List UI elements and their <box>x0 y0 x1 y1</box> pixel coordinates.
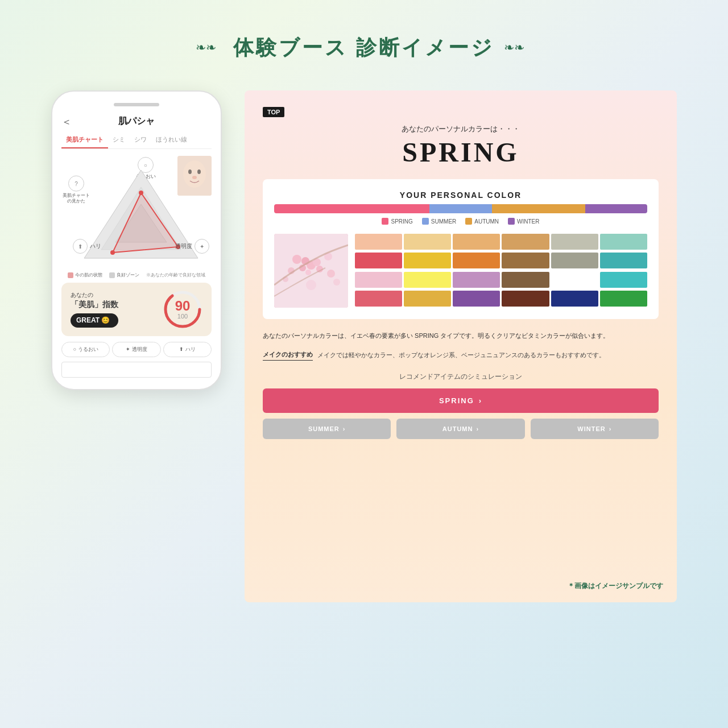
disclaimer: ＊画像はイメージサンプルです <box>568 581 663 591</box>
summer-dot <box>422 218 429 225</box>
legend-note: ※あなたの年齢で良好な領域 <box>146 272 205 278</box>
color-swatch <box>502 272 549 288</box>
color-swatch <box>502 234 549 250</box>
makeup-label: メイクのおすすめ <box>263 350 313 361</box>
tab-nasolabial[interactable]: ほうれい線 <box>151 132 192 148</box>
svg-point-16 <box>110 250 115 255</box>
color-swatch <box>355 272 402 288</box>
winter-dot <box>508 218 515 225</box>
top-badge: TOP <box>263 107 284 117</box>
ornament-right: ❧❧ <box>504 37 532 59</box>
chart-label-firmness: ⬆ ハリ <box>73 239 101 254</box>
color-swatch <box>600 272 647 288</box>
personal-color-subtitle: あなたのパーソナルカラーは・・・ <box>263 124 659 134</box>
legend-current: 今の肌の状態 <box>68 272 102 278</box>
color-swatch <box>404 234 451 250</box>
color-swatch <box>502 253 549 268</box>
color-swatch <box>600 253 647 268</box>
app-title: 肌パシャ <box>118 115 155 127</box>
color-swatch <box>404 291 451 307</box>
legend-autumn: AUTUMN <box>465 218 499 225</box>
color-swatch <box>502 291 549 307</box>
legend-summer: SUMMER <box>422 218 456 225</box>
season-buttons: SUMMER › AUTUMN › WINTER › <box>263 419 659 439</box>
color-swatch <box>453 234 500 250</box>
personal-color-title: SPRING <box>263 136 659 168</box>
phone-header: ＜ 肌パシャ <box>61 115 212 127</box>
color-swatch <box>355 291 402 307</box>
color-swatch <box>404 272 451 288</box>
spring-button[interactable]: SPRING › <box>263 388 659 413</box>
svg-point-32 <box>333 279 340 286</box>
page-header: ❧❧ 体験ブース 診断イメージ ❧❧ <box>196 34 532 62</box>
legend-good-box <box>109 272 115 278</box>
page-title: 体験ブース 診断イメージ <box>233 34 494 62</box>
back-button[interactable]: ＜ <box>61 115 72 129</box>
score-label: あなたの 「美肌」指数 SPRING GREAT 😊 <box>71 291 118 328</box>
tab-clarity[interactable]: ✦ 透明度 <box>112 342 160 357</box>
input-area <box>61 362 212 378</box>
season-legend: SPRING SUMMER AUTUMN WINTER <box>274 218 647 225</box>
color-swatch <box>551 234 598 250</box>
makeup-text: メイクでは軽やかなカラー、ポップなオレンジ系、ベージュニュアンスのあるカラーもお… <box>317 350 605 361</box>
main-content: ＜ 肌パシャ 美肌チャート シミ シワ ほうれい線 <box>51 90 677 602</box>
phone-notch <box>114 103 159 106</box>
ornament-left: ❧❧ <box>196 37 224 59</box>
color-result-panel: TOP あなたのパーソナルカラーは・・・ SPRING YOUR PERSONA… <box>245 90 677 602</box>
svg-point-26 <box>292 255 301 264</box>
cherry-blossom-image <box>274 234 348 308</box>
season-bar-spring <box>274 204 429 213</box>
svg-point-30 <box>306 280 316 290</box>
season-bar-autumn <box>492 204 585 213</box>
season-bar-winter <box>585 204 647 213</box>
spring-button-label: SPRING <box>439 396 474 405</box>
legend-winter: WINTER <box>508 218 539 225</box>
color-swatch <box>453 253 500 268</box>
legend-spring: SPRING <box>382 218 412 225</box>
phone-container: ＜ 肌パシャ 美肌チャート シミ シワ ほうれい線 <box>51 90 222 390</box>
color-content <box>274 234 647 308</box>
svg-point-29 <box>327 270 335 278</box>
score-denom: 100 <box>177 313 188 320</box>
svg-point-14 <box>139 191 143 195</box>
chart-label-clarity: 透明度 ✦ <box>175 239 209 254</box>
color-description: あなたのパーソナルカラーは、イエベ春の要素が多い SPRING タイプです。明る… <box>263 330 659 341</box>
phone-tabs: 美肌チャート シミ シワ ほうれい線 <box>61 132 212 149</box>
autumn-dot <box>465 218 472 225</box>
great-badge: SPRING GREAT 😊 <box>71 313 118 328</box>
color-swatch <box>600 234 647 250</box>
chart-area: ○ うるおい ? 美肌チャートの見かた <box>61 156 212 270</box>
svg-text:❧❧: ❧❧ <box>196 40 216 55</box>
color-swatch <box>551 272 598 288</box>
palette-section: YOUR PERSONAL COLOR SPRING SUMMER <box>263 179 659 319</box>
recommend-title: レコメンドアイテムのシミュレーション <box>263 372 659 382</box>
tab-beauty-chart[interactable]: 美肌チャート <box>61 132 108 148</box>
color-swatch <box>355 253 402 268</box>
tab-moisture[interactable]: ○ うるおい <box>61 342 110 357</box>
winter-button[interactable]: WINTER › <box>531 419 659 439</box>
legend-current-box <box>68 272 73 278</box>
svg-rect-19 <box>274 234 348 308</box>
tab-spots[interactable]: シミ <box>108 132 130 148</box>
color-swatch <box>355 234 402 250</box>
phone-mockup: ＜ 肌パシャ 美肌チャート シミ シワ ほうれい線 <box>51 90 222 390</box>
color-swatch <box>404 253 451 268</box>
summer-button[interactable]: SUMMER › <box>263 419 391 439</box>
color-swatch <box>551 253 598 268</box>
season-bar-summer <box>429 204 491 213</box>
spring-dot <box>382 218 388 225</box>
makeup-recommendation: メイクのおすすめ メイクでは軽やかなカラー、ポップなオレンジ系、ベージュニュアン… <box>263 350 659 361</box>
tab-wrinkles[interactable]: シワ <box>130 132 151 148</box>
legend-good: 良好ゾーン <box>109 272 139 278</box>
chart-legend: 今の肌の状態 良好ゾーン ※あなたの年齢で良好な領域 <box>61 272 212 278</box>
color-swatch <box>600 291 647 307</box>
svg-point-25 <box>305 270 311 275</box>
tab-firmness[interactable]: ⬆ ハリ <box>163 342 212 357</box>
spring-button-arrow: › <box>479 396 482 405</box>
color-swatch <box>453 272 500 288</box>
color-swatch <box>453 291 500 307</box>
color-swatch <box>551 291 598 307</box>
autumn-button[interactable]: AUTUMN › <box>396 419 524 439</box>
bottom-tabs: ○ うるおい ✦ 透明度 ⬆ ハリ <box>61 342 212 357</box>
palette-title: YOUR PERSONAL COLOR <box>274 191 647 200</box>
